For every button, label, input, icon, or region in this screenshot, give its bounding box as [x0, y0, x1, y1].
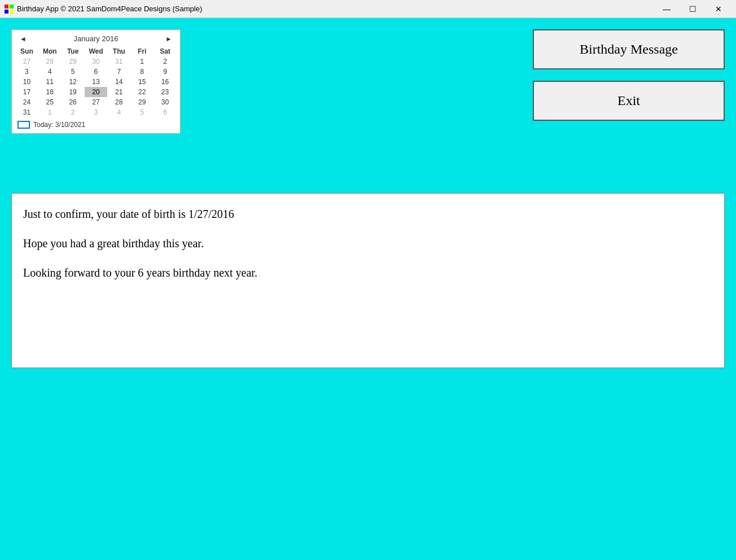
title-bar-controls: — ☐ ✕: [654, 0, 731, 18]
calendar-day[interactable]: 30: [85, 56, 108, 67]
calendar-day[interactable]: 25: [38, 97, 62, 107]
col-mon: Mon: [38, 46, 62, 56]
calendar-day[interactable]: 19: [62, 87, 85, 97]
calendar-day[interactable]: 7: [107, 67, 130, 77]
calendar-day[interactable]: 9: [154, 67, 177, 77]
calendar-day[interactable]: 28: [107, 97, 130, 107]
calendar-day[interactable]: 21: [107, 87, 130, 97]
calendar-widget: ◄ January 2016 ► Sun Mon Tue Wed Thu Fri…: [11, 29, 181, 134]
calendar-day[interactable]: 2: [62, 107, 85, 117]
calendar-row: 272829303112: [15, 56, 177, 67]
calendar-day[interactable]: 6: [85, 67, 108, 77]
calendar-day[interactable]: 1: [130, 56, 154, 67]
col-sat: Sat: [154, 46, 177, 56]
col-wed: Wed: [85, 46, 108, 56]
calendar-day[interactable]: 31: [15, 107, 38, 117]
message-line-2: Hope you had a great birthday this year.: [23, 234, 713, 252]
app-title: Birthday App © 2021 SamDom4Peace Designs…: [17, 5, 202, 13]
calendar-row: 10111213141516: [15, 77, 177, 87]
calendar-month-year: January 2016: [74, 34, 119, 43]
exit-button[interactable]: Exit: [533, 81, 725, 121]
calendar-day[interactable]: 29: [62, 56, 85, 67]
main-content: ◄ January 2016 ► Sun Mon Tue Wed Thu Fri…: [0, 18, 736, 560]
calendar-day[interactable]: 6: [154, 107, 177, 117]
calendar-day[interactable]: 27: [85, 97, 108, 107]
calendar-day[interactable]: 30: [154, 97, 177, 107]
message-area: Just to confirm, your date of birth is 1…: [11, 193, 725, 368]
calendar-row: 17181920212223: [15, 87, 177, 97]
calendar-day[interactable]: 23: [154, 87, 177, 97]
calendar-day[interactable]: 15: [130, 77, 154, 87]
calendar-day[interactable]: 28: [38, 56, 62, 67]
calendar-prev-button[interactable]: ◄: [17, 35, 29, 43]
col-tue: Tue: [62, 46, 85, 56]
calendar-day[interactable]: 3: [15, 67, 38, 77]
calendar-day[interactable]: 8: [130, 67, 154, 77]
calendar-day[interactable]: 22: [130, 87, 154, 97]
calendar-header-row: Sun Mon Tue Wed Thu Fri Sat: [15, 46, 177, 56]
svg-rect-3: [10, 10, 14, 14]
calendar-day[interactable]: 3: [85, 107, 108, 117]
calendar-day[interactable]: 14: [107, 77, 130, 87]
message-line-3: Looking forward to your 6 years birthday…: [23, 264, 713, 282]
calendar-next-button[interactable]: ►: [163, 35, 174, 43]
calendar-day[interactable]: 31: [107, 56, 130, 67]
minimize-button[interactable]: —: [654, 0, 680, 18]
today-box: [17, 121, 30, 129]
calendar-grid: Sun Mon Tue Wed Thu Fri Sat 272829303112…: [15, 46, 177, 117]
col-thu: Thu: [107, 46, 130, 56]
birthday-message-button[interactable]: Birthday Message: [533, 29, 725, 69]
calendar-day[interactable]: 12: [62, 77, 85, 87]
svg-rect-0: [5, 5, 8, 8]
calendar-day[interactable]: 10: [15, 77, 38, 87]
calendar-day[interactable]: 27: [15, 56, 38, 67]
calendar-row: 31123456: [15, 107, 177, 117]
app-icon: [5, 5, 14, 14]
svg-rect-1: [10, 5, 14, 8]
calendar-day[interactable]: 5: [130, 107, 154, 117]
calendar-footer: Today: 3/10/2021: [15, 120, 177, 130]
maximize-button[interactable]: ☐: [680, 0, 706, 18]
col-sun: Sun: [15, 46, 38, 56]
calendar-day[interactable]: 13: [85, 77, 108, 87]
col-fri: Fri: [130, 46, 154, 56]
today-label: Today: 3/10/2021: [33, 121, 85, 129]
buttons-panel: Birthday Message Exit: [533, 29, 725, 121]
calendar-day[interactable]: 2: [154, 56, 177, 67]
calendar-row: 24252627282930: [15, 97, 177, 107]
calendar-day[interactable]: 1: [38, 107, 62, 117]
calendar-day[interactable]: 24: [15, 97, 38, 107]
calendar-day[interactable]: 20: [85, 87, 108, 97]
svg-rect-2: [5, 10, 8, 14]
close-button[interactable]: ✕: [706, 0, 731, 18]
calendar-day[interactable]: 4: [107, 107, 130, 117]
calendar-day[interactable]: 18: [38, 87, 62, 97]
calendar-row: 3456789: [15, 67, 177, 77]
calendar-day[interactable]: 11: [38, 77, 62, 87]
calendar-day[interactable]: 5: [62, 67, 85, 77]
calendar-day[interactable]: 29: [130, 97, 154, 107]
title-bar: Birthday App © 2021 SamDom4Peace Designs…: [0, 0, 736, 18]
calendar-day[interactable]: 17: [15, 87, 38, 97]
message-line-1: Just to confirm, your date of birth is 1…: [23, 205, 713, 223]
calendar-day[interactable]: 4: [38, 67, 62, 77]
calendar-day[interactable]: 26: [62, 97, 85, 107]
title-bar-left: Birthday App © 2021 SamDom4Peace Designs…: [5, 5, 202, 14]
calendar-header: ◄ January 2016 ►: [15, 33, 177, 44]
calendar-day[interactable]: 16: [154, 77, 177, 87]
